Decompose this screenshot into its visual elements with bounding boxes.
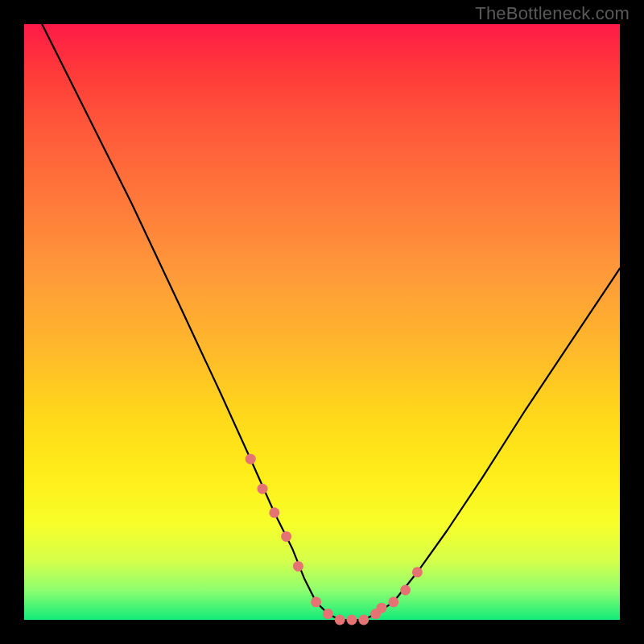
marker-dot: [347, 615, 357, 625]
marker-dot: [358, 615, 369, 625]
marker-dot: [335, 615, 345, 625]
marker-dot: [258, 484, 268, 494]
marker-dot: [269, 507, 279, 518]
chart-frame: TheBottleneck.com: [0, 0, 644, 644]
bottleneck-curve: [42, 24, 620, 620]
curve-markers: [246, 454, 423, 625]
marker-dot: [311, 597, 321, 607]
marker-dot: [377, 603, 387, 613]
marker-dot: [388, 597, 398, 607]
marker-dot: [293, 561, 303, 572]
chart-overlay: [24, 24, 620, 620]
marker-dot: [400, 585, 411, 596]
marker-dot: [412, 567, 423, 577]
marker-dot: [281, 531, 291, 542]
watermark-text: TheBottleneck.com: [475, 3, 630, 24]
marker-dot: [323, 609, 333, 619]
marker-dot: [246, 454, 256, 464]
